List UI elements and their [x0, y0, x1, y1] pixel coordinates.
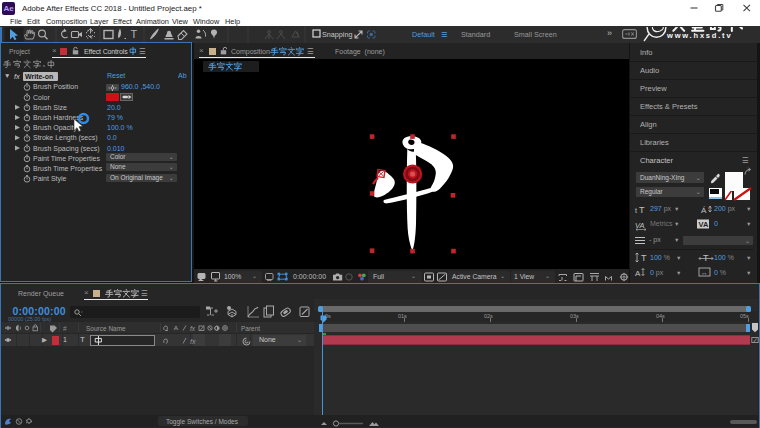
svg-text:fx: fx: [190, 325, 196, 332]
svg-text:VA: VA: [635, 221, 645, 230]
svg-text:t: t: [635, 207, 637, 214]
svg-text:Snapping: Snapping: [322, 30, 352, 39]
svg-text:VA: VA: [699, 220, 709, 229]
svg-text:↔: ↔: [701, 269, 708, 276]
svg-text:T: T: [131, 28, 138, 40]
svg-text:Á: Á: [701, 206, 707, 215]
svg-text:A: A: [635, 269, 641, 278]
svg-text:T: T: [639, 205, 645, 215]
svg-text:fx: fx: [190, 338, 196, 345]
svg-text:T: T: [641, 253, 647, 263]
svg-text:T: T: [703, 253, 709, 263]
